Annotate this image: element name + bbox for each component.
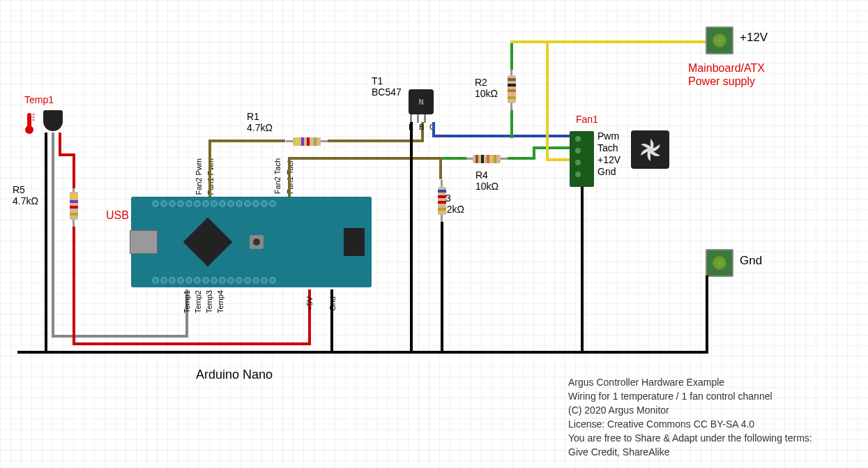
- wire-pwm-v: [208, 139, 211, 197]
- wire-sensor-vcc-r5a: [73, 153, 75, 188]
- r5-value: 4.7kΩ: [13, 195, 38, 206]
- pin-temp2: Temp2: [194, 290, 202, 313]
- wire-emitter-gnd: [410, 122, 413, 354]
- thermometer-icon: [23, 110, 36, 135]
- svg-rect-6: [70, 200, 78, 203]
- wire-pwm-h1: [208, 139, 285, 142]
- r2-value: 10kΩ: [475, 88, 498, 99]
- resistor-r5: [70, 192, 78, 220]
- svg-rect-20: [438, 208, 446, 211]
- wire-tach-to-r3: [439, 157, 442, 179]
- wire-12v-fan: [546, 158, 572, 161]
- wire-fan-gnd: [581, 187, 584, 354]
- svg-rect-5: [70, 195, 78, 197]
- svg-rect-14: [508, 84, 516, 86]
- footer-l4: License: Creative Commons CC BY-SA 4.0: [568, 418, 754, 430]
- svg-rect-22: [481, 155, 484, 163]
- transistor-t1: N: [409, 89, 434, 114]
- temp1-label: Temp1: [24, 94, 54, 105]
- wire-arduino-gnd: [330, 289, 333, 354]
- svg-rect-19: [438, 201, 446, 204]
- terminal-12v: [706, 27, 733, 54]
- svg-rect-8: [70, 213, 78, 216]
- footer-l2: Wiring for 1 temperature / 1 fan control…: [568, 391, 772, 402]
- fan-pin-tach: Tach: [597, 142, 618, 153]
- footer-l3: (C) 2020 Argus Monitor: [568, 405, 669, 416]
- wire-12v-down: [546, 40, 549, 160]
- resistor-r2: [508, 75, 516, 103]
- fan-pin-pwm: Pwm: [597, 130, 619, 142]
- svg-rect-10: [301, 137, 304, 146]
- r5-label: R5: [13, 184, 25, 195]
- wire-r4-left: [442, 157, 466, 160]
- svg-rect-7: [70, 206, 78, 209]
- mainboard-l2: Power supply: [688, 75, 755, 88]
- svg-rect-12: [314, 137, 317, 146]
- footer-l6: Give Credit, ShareAlike: [568, 446, 670, 458]
- wire-sensor-data-v: [52, 133, 54, 338]
- svg-rect-11: [307, 137, 310, 146]
- icsp-header: [344, 228, 365, 256]
- t1-value: BC547: [372, 86, 402, 98]
- wire-sensor-vcc-r5b: [73, 227, 75, 344]
- svg-rect-9: [296, 137, 298, 146]
- wire-5v-bus: [73, 342, 310, 345]
- wire-gnd-terminal: [706, 275, 708, 354]
- pin-fan2tach: Fan2 Tach: [273, 158, 282, 194]
- wire-tach-to-fan: [533, 146, 572, 149]
- gnd-label: Gnd: [740, 254, 762, 268]
- wire-sensor-vcc-j: [59, 153, 73, 156]
- trans-b: B: [419, 123, 424, 131]
- pin-temp4: Temp4: [216, 290, 224, 313]
- t1-label: T1: [372, 75, 383, 86]
- footer-l1: Argus Controller Hardware Example: [568, 377, 724, 388]
- wire-tach-h: [288, 157, 442, 160]
- svg-rect-16: [508, 96, 516, 99]
- pin-fan2pwm: Fan2 Pwm: [195, 158, 203, 195]
- svg-rect-17: [438, 190, 446, 193]
- r1-label: R1: [247, 111, 259, 122]
- wire-collector-h: [432, 135, 572, 137]
- r2-label: R2: [475, 77, 487, 88]
- wire-sensor-vcc-top: [59, 133, 61, 153]
- svg-rect-21: [475, 155, 478, 163]
- arduino-title: Arduino Nano: [196, 368, 273, 382]
- usb-label: USB: [106, 209, 129, 222]
- terminal-gnd: [706, 249, 733, 277]
- footer-l5: You are free to Share & Adapt under the …: [568, 432, 812, 444]
- wire-tach-v: [288, 157, 291, 197]
- wire-r3-gnd: [441, 222, 443, 354]
- usb-port: [130, 230, 158, 254]
- wire-r4-right: [508, 157, 535, 160]
- svg-rect-18: [438, 195, 446, 198]
- arduino-chip: [183, 218, 233, 267]
- svg-rect-1: [27, 113, 31, 128]
- r1-value: 4.7kΩ: [247, 122, 273, 133]
- plus12v-label: +12V: [740, 31, 768, 45]
- arduino-reset-button: [250, 235, 264, 249]
- pin-temp1: Temp1: [183, 290, 191, 313]
- fan-icon: [631, 130, 669, 169]
- wire-12v-top: [510, 40, 710, 43]
- ds18b20-sensor: [43, 110, 63, 131]
- svg-rect-23: [487, 155, 489, 163]
- svg-rect-24: [494, 155, 496, 163]
- fan-pin-12v: +12V: [597, 154, 620, 165]
- resistor-r3: [438, 187, 446, 215]
- wire-sensor-gnd: [45, 133, 47, 352]
- mainboard-l1: Mainboard/ATX: [688, 62, 765, 75]
- r4-label: R4: [475, 169, 488, 181]
- fan-connector: [570, 131, 594, 187]
- resistor-r4: [473, 155, 501, 163]
- r4-value: 10kΩ: [475, 181, 498, 192]
- fan-pin-gnd: Gnd: [597, 166, 616, 177]
- wire-gnd-bus: [17, 351, 708, 354]
- pin-5v: +5V: [305, 296, 314, 310]
- schematic-canvas: Temp1 R5 4.7kΩ USB: [0, 0, 868, 468]
- wire-r2-down: [510, 110, 513, 138]
- fan1-label: Fan1: [576, 114, 598, 125]
- svg-rect-13: [508, 78, 516, 81]
- svg-rect-15: [508, 89, 516, 92]
- resistor-r1: [293, 137, 321, 146]
- pin-temp3: Temp3: [205, 290, 213, 313]
